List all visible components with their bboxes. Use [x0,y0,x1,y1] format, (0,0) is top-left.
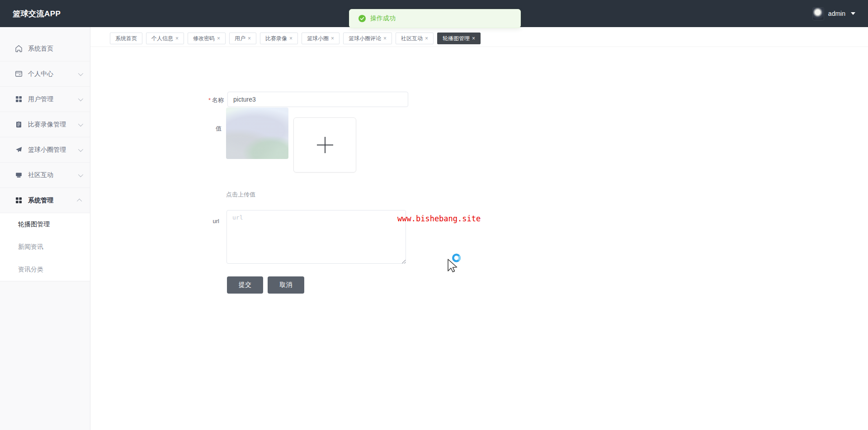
chevron-down-icon [78,70,83,75]
tab-strip: 系统首页 个人信息× 修改密码× 用户× 比赛录像× 篮球小圈× 篮球小圈评论×… [90,33,868,47]
user-menu[interactable]: admin [813,8,855,20]
sidebar-subitem-carousel[interactable]: 轮播图管理 [0,213,90,236]
chevron-down-icon [78,146,83,151]
sidebar-menu: 系统首页 个人中心 用户管理 比赛录像管理 [0,27,90,281]
grid-icon [15,196,23,204]
upload-button[interactable] [293,117,356,173]
sidebar-item-community[interactable]: 社区互动 [0,163,90,188]
sidebar-item-circle-management[interactable]: 篮球小圈管理 [0,137,90,163]
sidebar-item-label: 用户管理 [28,95,78,103]
paper-plane-icon [15,146,23,154]
sidebar-item-system-home[interactable]: 系统首页 [0,36,90,61]
close-icon[interactable]: × [383,36,387,41]
close-icon[interactable]: × [331,36,334,41]
sidebar-item-label: 篮球小圈管理 [28,146,78,154]
sidebar-item-label: 社区互动 [28,171,78,179]
name-input[interactable] [227,92,408,107]
sidebar: 系统首页 个人中心 用户管理 比赛录像管理 [0,27,90,430]
chevron-down-icon [78,172,83,177]
main-content: 系统首页 个人信息× 修改密码× 用户× 比赛录像× 篮球小圈× 篮球小圈评论×… [90,27,868,430]
close-icon[interactable]: × [472,36,475,41]
profile-card-icon [15,70,23,78]
sidebar-item-label: 系统首页 [28,45,82,53]
tab-match-video[interactable]: 比赛录像× [260,33,298,44]
toast-message: 操作成功 [370,14,396,23]
tab-community[interactable]: 社区互动× [396,33,434,44]
sidebar-item-match-video[interactable]: 比赛录像管理 [0,112,90,137]
sidebar-item-label: 个人中心 [28,70,78,78]
tab-system-home[interactable]: 系统首页 [110,33,142,44]
success-toast: 操作成功 [349,9,521,28]
close-icon[interactable]: × [425,36,428,41]
sidebar-item-label: 系统管理 [28,196,78,205]
device-icon [15,171,23,179]
name-label: *名称 [170,96,224,104]
url-textarea[interactable] [226,210,406,264]
cancel-button[interactable]: 取消 [268,276,304,294]
value-label: 值 [167,125,222,133]
uploaded-image-thumbnail[interactable] [226,108,288,159]
plus-icon [317,137,333,153]
avatar[interactable] [813,8,824,20]
chevron-down-icon [78,96,83,101]
sidebar-item-user-management[interactable]: 用户管理 [0,87,90,112]
submit-button[interactable]: 提交 [227,276,263,294]
busy-cursor-icon [446,252,464,276]
sidebar-subitem-news-category[interactable]: 资讯分类 [0,258,90,281]
username: admin [828,10,845,17]
close-icon[interactable]: × [175,36,179,41]
tab-personal-info[interactable]: 个人信息× [146,33,184,44]
success-check-icon [359,15,366,22]
app-title: 篮球交流APP [13,9,61,19]
chevron-down-icon [851,12,855,15]
tab-change-password[interactable]: 修改密码× [188,33,226,44]
sidebar-subitem-news[interactable]: 新闻资讯 [0,236,90,258]
sidebar-item-system-management[interactable]: 系统管理 [0,188,90,213]
tab-circle-comments[interactable]: 篮球小圈评论× [343,33,392,44]
tab-basketball-circle[interactable]: 篮球小圈× [302,33,340,44]
grid-icon [15,95,23,103]
sidebar-item-personal-center[interactable]: 个人中心 [0,61,90,87]
required-mark: * [208,97,211,103]
close-icon[interactable]: × [289,36,292,41]
upload-hint: 点击上传值 [226,191,255,199]
tab-carousel-management[interactable]: 轮播图管理× [437,33,481,44]
home-icon [15,45,23,52]
url-label: url [165,218,219,224]
tab-user[interactable]: 用户× [229,33,256,44]
close-icon[interactable]: × [217,36,220,41]
page: 篮球交流APP admin 操作成功 系统首页 [0,0,868,430]
sidebar-item-label: 比赛录像管理 [28,121,78,129]
system-management-submenu: 轮播图管理 新闻资讯 资讯分类 [0,213,90,281]
close-icon[interactable]: × [248,36,251,41]
clipboard-icon [15,121,23,128]
chevron-down-icon [78,121,83,126]
watermark-text: www.bishebang.site [397,214,481,223]
